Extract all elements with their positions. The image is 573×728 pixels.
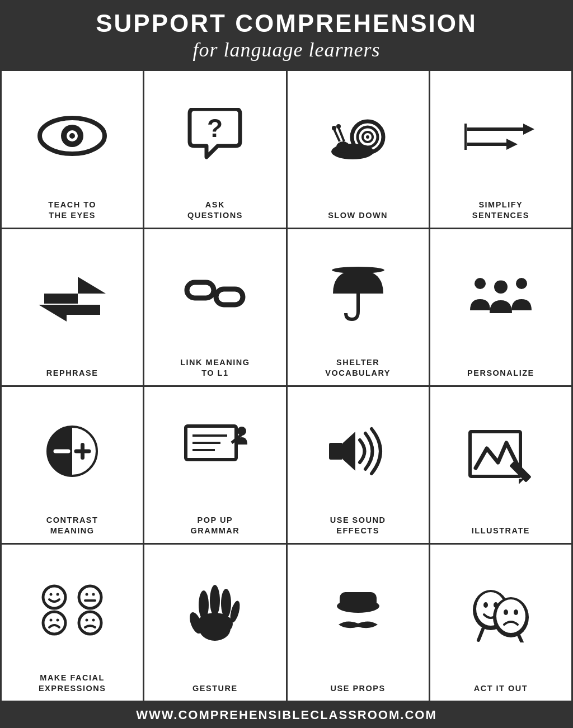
cell-shelter-vocab: SHELTERVOCABULARY: [288, 229, 430, 387]
teach-to-eyes-icon: [6, 77, 138, 195]
use-props-icon: [292, 550, 424, 679]
svg-point-49: [43, 586, 65, 608]
shelter-vocab-label: SHELTERVOCABULARY: [325, 357, 391, 379]
pop-up-grammar-label: POP UPGRAMMAR: [190, 515, 239, 536]
personalize-icon: [435, 235, 567, 363]
svg-point-58: [57, 618, 59, 621]
svg-point-3: [69, 133, 75, 139]
svg-point-29: [475, 278, 486, 289]
svg-point-79: [514, 609, 518, 615]
svg-point-77: [496, 599, 525, 633]
svg-line-80: [519, 635, 522, 642]
use-sound-effects-label: USE SOUNDEFFECTS: [330, 515, 386, 536]
svg-rect-24: [187, 282, 214, 298]
svg-marker-18: [506, 139, 518, 150]
svg-text:?: ?: [207, 114, 223, 143]
cell-illustrate: ILLUSTRATE: [430, 387, 573, 545]
svg-point-50: [50, 593, 53, 595]
pop-up-grammar-icon: [149, 393, 281, 510]
svg-point-66: [221, 589, 231, 618]
svg-marker-16: [523, 124, 534, 135]
simplify-sentences-icon: [435, 77, 567, 195]
gesture-label: GESTURE: [192, 683, 238, 694]
cell-personalize: PERSONALIZE: [430, 229, 573, 387]
svg-marker-45: [343, 432, 355, 471]
contrast-meaning-icon: [6, 393, 138, 510]
link-meaning-icon: [149, 235, 281, 353]
cell-act-it-out: ACT IT OUT: [430, 545, 573, 702]
link-meaning-label: LINK MEANINGTO L1: [180, 357, 250, 379]
cell-link-meaning: LINK MEANINGTO L1: [144, 229, 287, 387]
personalize-label: PERSONALIZE: [467, 368, 534, 379]
svg-point-54: [92, 593, 95, 595]
contrast-meaning-label: CONTRASTMEANING: [46, 515, 98, 536]
cell-use-props: USE PROPS: [288, 545, 430, 702]
make-facial-icon: [6, 550, 138, 668]
header-title: SUPPORT COMPREHENSION: [11, 10, 562, 37]
header: SUPPORT COMPREHENSION for language learn…: [0, 0, 573, 69]
ask-questions-label: ASKQUESTIONS: [187, 200, 243, 221]
cell-teach-to-eyes: TEACH TOTHE EYES: [2, 71, 144, 229]
footer-url: WWW.COMPREHENSIBLECLASSROOM.COM: [136, 708, 436, 722]
svg-point-68: [197, 613, 233, 635]
simplify-sentences-label: SIMPLIFYSENTENCES: [472, 200, 529, 221]
teach-to-eyes-label: TEACH TOTHE EYES: [48, 200, 96, 221]
svg-point-52: [79, 586, 101, 608]
svg-point-28: [494, 280, 508, 294]
rephrase-icon: [6, 235, 138, 363]
cell-simplify-sentences: SIMPLIFYSENTENCES: [430, 71, 573, 229]
make-facial-label: MAKE FACIALEXPRESSIONS: [39, 673, 106, 694]
act-it-out-icon: [435, 550, 567, 679]
cell-gesture: GESTURE: [144, 545, 287, 702]
page-wrapper: SUPPORT COMPREHENSION for language learn…: [0, 0, 573, 728]
svg-point-59: [79, 612, 101, 634]
svg-point-78: [504, 609, 508, 615]
gesture-icon: [149, 550, 281, 679]
cell-make-facial: MAKE FACIALEXPRESSIONS: [2, 545, 144, 702]
cell-contrast-meaning: CONTRASTMEANING: [2, 387, 144, 545]
cell-rephrase: REPHRASE: [2, 229, 144, 387]
svg-point-56: [43, 612, 65, 634]
use-sound-effects-icon: [292, 393, 424, 510]
cell-use-sound-effects: USE SOUNDEFFECTS: [288, 387, 430, 545]
svg-point-12: [332, 126, 336, 130]
svg-rect-21: [44, 294, 78, 304]
svg-point-53: [86, 593, 88, 595]
act-it-out-label: ACT IT OUT: [474, 683, 528, 694]
svg-point-43: [237, 427, 246, 436]
svg-point-57: [50, 618, 53, 621]
svg-point-73: [483, 602, 488, 608]
svg-rect-23: [67, 305, 100, 315]
svg-point-61: [92, 618, 95, 621]
svg-point-10: [336, 141, 350, 153]
ask-questions-icon: ?: [149, 77, 281, 195]
svg-point-30: [516, 278, 527, 289]
svg-rect-44: [329, 443, 343, 460]
svg-marker-20: [78, 277, 106, 294]
rephrase-label: REPHRASE: [46, 368, 98, 379]
strategy-grid: TEACH TOTHE EYES ? ASKQUESTIONS: [0, 69, 573, 702]
slow-down-label: SLOW DOWN: [328, 210, 388, 221]
svg-point-60: [86, 618, 88, 621]
slow-down-icon: [292, 77, 424, 205]
use-props-label: USE PROPS: [331, 683, 386, 694]
cell-slow-down: SLOW DOWN: [288, 71, 430, 229]
illustrate-label: ILLUSTRATE: [472, 526, 530, 536]
cell-pop-up-grammar: POP UPGRAMMAR: [144, 387, 287, 545]
cell-ask-questions: ? ASKQUESTIONS: [144, 71, 287, 229]
svg-point-14: [336, 124, 341, 129]
svg-rect-70: [340, 592, 377, 608]
svg-rect-25: [216, 289, 243, 305]
svg-point-26: [332, 267, 384, 273]
footer: WWW.COMPREHENSIBLECLASSROOM.COM: [0, 702, 573, 728]
illustrate-icon: [435, 393, 567, 521]
shelter-vocab-icon: [292, 235, 424, 353]
svg-point-51: [57, 593, 59, 595]
svg-line-75: [478, 629, 483, 640]
svg-point-65: [210, 585, 220, 616]
svg-marker-22: [39, 305, 67, 322]
header-subtitle: for language learners: [11, 38, 562, 62]
svg-point-8: [366, 135, 369, 139]
